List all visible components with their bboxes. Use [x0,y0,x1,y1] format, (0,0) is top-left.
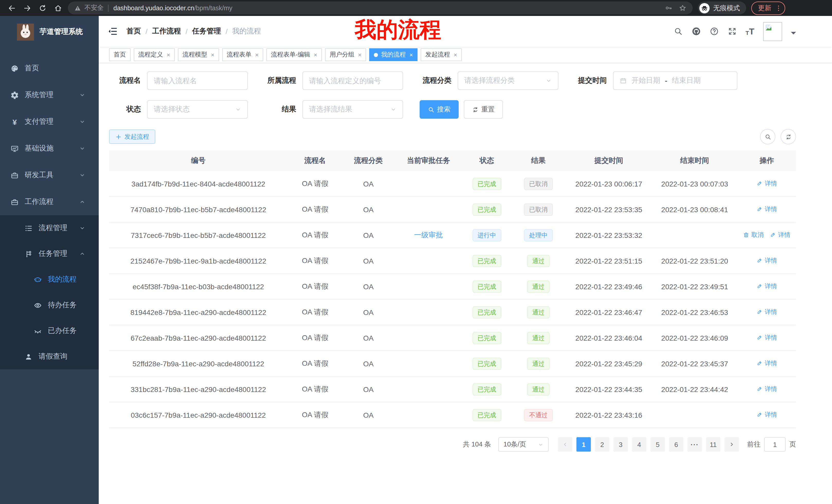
cell-name: OA 请假 [288,410,343,419]
detail-link[interactable]: 详情 [756,333,777,342]
pagination-more[interactable]: ··· [687,437,702,452]
op-label: 详情 [765,333,777,342]
breadcrumb-item[interactable]: 首页 [127,27,141,36]
fullscreen-icon[interactable] [728,27,737,36]
tab-home[interactable]: 首页 [109,48,131,61]
filter-name-label: 流程名 [109,76,141,85]
back-icon[interactable] [8,4,16,12]
avatar-dropdown-caret[interactable] [791,32,796,37]
reload-icon[interactable] [38,4,47,12]
close-icon[interactable]: × [409,51,413,58]
search-icon[interactable] [674,27,683,36]
page-size-select[interactable]: 10条/页 [498,437,549,452]
chevron-down-icon [235,106,241,113]
tab-user-group[interactable]: 用户分组× [325,48,366,61]
sidebar-item-task-mgmt[interactable]: 任务管理 [0,241,99,267]
detail-link[interactable]: 详情 [756,308,777,316]
detail-link[interactable]: 详情 [770,231,790,240]
sidebar-item-home[interactable]: 首页 [0,55,99,82]
status-select[interactable]: 请选择状态 [147,100,248,119]
detail-link[interactable]: 详情 [756,282,777,291]
sidebar-item-process-mgmt[interactable]: 流程管理 [0,215,99,241]
breadcrumb-item[interactable]: 任务管理 [192,27,221,36]
close-icon[interactable]: × [255,51,259,58]
cell-result: 已取消 [511,203,566,216]
sidebar-item-my-process[interactable]: 我的流程 [0,267,99,292]
cell-category: OA [342,257,394,265]
detail-link[interactable]: 详情 [756,411,777,419]
breadcrumb-item[interactable]: 工作流程 [152,27,181,36]
page-button-4[interactable]: 4 [632,437,646,452]
detail-link[interactable]: 详情 [756,385,777,394]
sidebar-item-leave-query[interactable]: 请假查询 [0,344,99,369]
page-button-1[interactable]: 1 [576,437,591,452]
sidebar-item-workflow[interactable]: 工作流程 [0,189,99,215]
tab-process-definition[interactable]: 流程定义× [134,48,175,61]
filter-time-label: 提交时间 [575,76,607,85]
close-icon[interactable]: × [314,51,317,58]
help-icon[interactable] [710,27,719,36]
process-name-input[interactable] [147,72,248,90]
sidebar-item-done-tasks[interactable]: 已办任务 [0,318,99,344]
page-button-2[interactable]: 2 [595,437,609,452]
tab-process-model[interactable]: 流程模型× [178,48,219,61]
result-select[interactable]: 请选择流结果 [302,100,403,119]
reset-button[interactable]: 重置 [464,100,503,119]
refresh-table-button[interactable] [781,129,796,144]
goto-page-input[interactable] [764,437,786,452]
detail-link[interactable]: 详情 [756,205,777,214]
sidebar-item-todo-tasks[interactable]: 待办任务 [0,292,99,318]
page-button-6[interactable]: 6 [669,437,683,452]
process-definition-input[interactable] [302,72,403,90]
sidebar-item-payment-mgmt[interactable]: ¥支付管理 [0,108,99,135]
detail-link[interactable]: 详情 [756,179,777,188]
chevron-down-icon [79,225,85,231]
page-button-5[interactable]: 5 [650,437,665,452]
app-logo[interactable]: 芋道管理系统 [0,16,99,48]
bookmark-star-icon[interactable] [679,4,686,12]
key-icon[interactable] [665,4,673,12]
sidebar-item-dev-tools[interactable]: 研发工具 [0,162,99,189]
address-bar[interactable]: 不安全 dashboard.yudao.iocoder.cn/bpm/task/… [68,2,693,15]
page-button-11[interactable]: 11 [706,437,721,452]
github-icon[interactable] [692,27,701,36]
close-icon[interactable]: × [211,51,214,58]
cell-end-time: 2022-01-22 23:46:53 [652,308,738,316]
close-icon[interactable]: × [166,51,170,58]
sidebar-item-infrastructure[interactable]: 基础设施 [0,135,99,162]
forward-icon[interactable] [23,4,31,12]
task-link[interactable]: 一级审批 [414,230,443,239]
browser-update-button[interactable]: 更新 [751,1,785,15]
cancel-link[interactable]: 取消 [743,231,763,240]
avatar[interactable] [763,22,782,41]
sidebar-toggle-icon[interactable] [107,26,118,36]
home-icon[interactable] [54,4,62,12]
tab-process-form-edit[interactable]: 流程表单-编辑× [266,48,322,61]
cell-end-time: 2022-01-22 23:49:51 [652,282,738,290]
result-badge: 通过 [527,280,550,292]
close-icon[interactable]: × [453,51,457,58]
security-warning-icon[interactable] [74,4,81,11]
toggle-search-button[interactable] [760,129,775,144]
monitor-icon [10,144,19,153]
font-size-icon[interactable]: TT [746,27,754,36]
column-header: 结束时间 [652,156,738,165]
detail-link[interactable]: 详情 [756,256,777,265]
search-button[interactable]: 搜索 [420,100,459,119]
category-select[interactable]: 请选择流程分类 [458,72,558,90]
detail-link[interactable]: 详情 [756,359,777,368]
cell-submit-time: 2022-01-22 23:49:46 [566,282,652,290]
table-row: 67c2eaab-7b9a-11ec-a290-acde48001122OA 请… [109,325,796,351]
gear-icon [10,91,19,100]
tab-my-process[interactable]: 我的流程× [369,48,418,61]
page-button-3[interactable]: 3 [614,437,628,452]
next-page-button[interactable] [725,437,739,452]
sidebar-item-system-mgmt[interactable]: 系统管理 [0,82,99,108]
create-process-button[interactable]: 发起流程 [109,130,155,144]
tab-start-process[interactable]: 发起流程× [421,48,462,61]
close-icon[interactable]: × [358,51,362,58]
prev-page-button[interactable] [558,437,572,452]
tab-process-form[interactable]: 流程表单× [222,48,263,61]
submit-time-range-picker[interactable]: 开始日期 - 结束日期 [613,72,737,90]
browser-menu-icon[interactable] [775,4,782,11]
